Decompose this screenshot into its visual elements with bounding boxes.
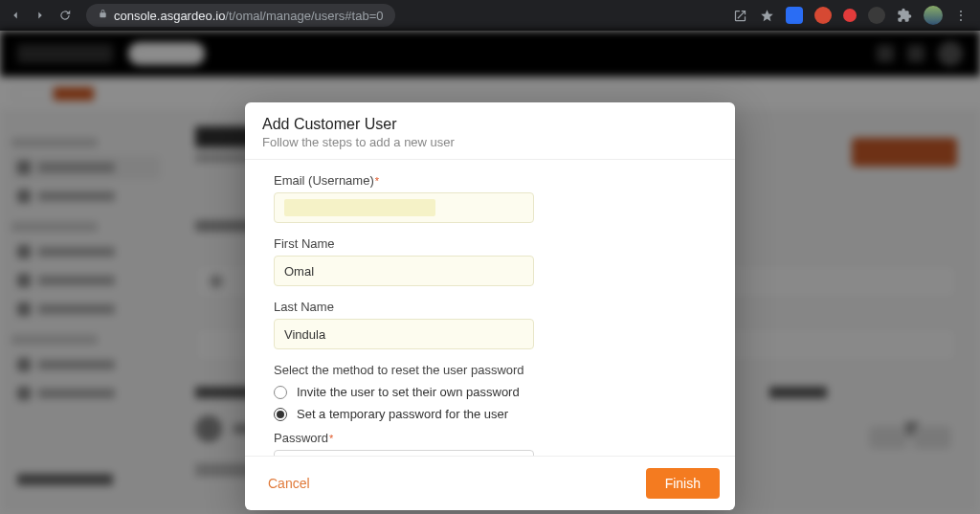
back-button[interactable] [8,8,23,23]
finish-button[interactable]: Finish [646,468,720,499]
share-icon[interactable] [732,8,747,23]
extension-blue[interactable] [786,7,803,24]
last-name-input[interactable] [274,319,534,349]
extension-orange[interactable] [814,7,832,24]
email-input[interactable] [274,192,534,223]
extension-dark[interactable] [868,7,885,24]
first-name-input[interactable] [274,256,534,286]
modal-body[interactable]: Email (Username)* First Name Last Name S… [245,160,735,456]
cancel-button[interactable]: Cancel [260,470,318,497]
radio-temp-label: Set a temporary password for the user [297,407,508,421]
password-field-group: Password* [274,431,706,456]
modal-footer: Cancel Finish [245,456,735,510]
extensions-icon[interactable] [897,8,912,23]
password-input[interactable] [274,450,534,456]
radio-icon [274,408,287,421]
forward-button[interactable] [33,8,48,23]
browser-chrome: console.asgardeo.io/t/omal/manage/users#… [0,0,980,31]
modal-overlay: Add Customer User Follow the steps to ad… [0,31,980,514]
url-text: console.asgardeo.io/t/omal/manage/users#… [114,9,384,23]
star-icon[interactable] [759,8,774,23]
modal-header: Add Customer User Follow the steps to ad… [245,102,735,160]
password-method-label: Select the method to reset the user pass… [274,363,706,377]
extension-red[interactable] [843,9,857,22]
email-field-group: Email (Username)* [274,173,706,223]
modal-title: Add Customer User [262,116,718,133]
modal-subtitle: Follow the steps to add a new user [262,135,718,149]
first-name-label: First Name [274,236,706,251]
reload-button[interactable] [57,8,73,23]
radio-temp-password[interactable]: Set a temporary password for the user [274,407,706,421]
address-bar[interactable]: console.asgardeo.io/t/omal/manage/users#… [86,4,395,27]
menu-icon[interactable]: ⋮ [954,8,969,23]
browser-toolbar-right: ⋮ [732,6,972,25]
first-name-field-group: First Name [274,236,706,286]
add-user-modal: Add Customer User Follow the steps to ad… [245,102,735,510]
last-name-field-group: Last Name [274,300,706,349]
lock-icon [98,9,108,22]
profile-avatar[interactable] [924,6,943,25]
password-label: Password* [274,431,706,445]
last-name-label: Last Name [274,300,706,314]
radio-invite-label: Invite the user to set their own passwor… [297,385,520,399]
radio-icon [274,386,287,399]
radio-invite-user[interactable]: Invite the user to set their own passwor… [274,385,706,399]
email-label: Email (Username)* [274,173,706,188]
